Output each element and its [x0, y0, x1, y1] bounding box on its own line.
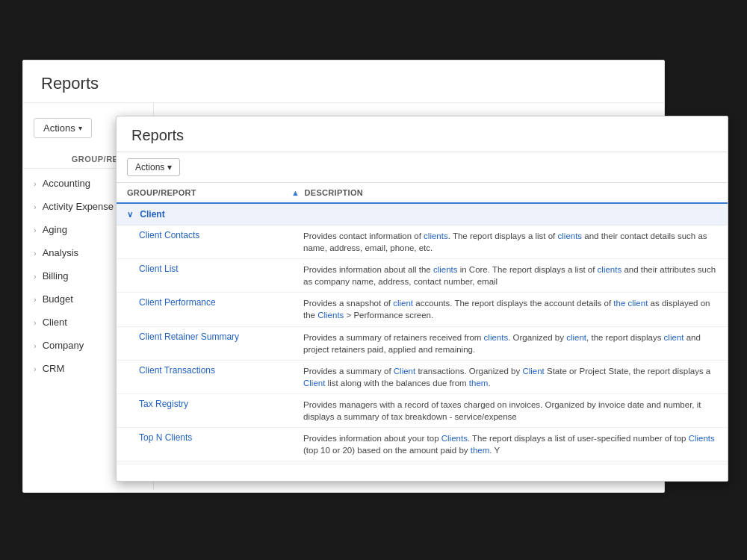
chevron-right-icon: › — [34, 179, 37, 188]
report-name[interactable]: Client Retainer Summary — [117, 326, 281, 360]
table-row[interactable]: Client List Provides information about a… — [117, 259, 728, 293]
chevron-right-icon: › — [34, 318, 37, 327]
sort-icon: ▲ — [291, 188, 300, 197]
report-name[interactable]: Top N Clients — [117, 428, 281, 461]
report-name[interactable]: Client Transactions — [117, 360, 281, 393]
report-description: Provides information about your top Clie… — [281, 428, 728, 461]
chevron-right-icon: › — [34, 249, 37, 258]
report-description: Provides a summary of retainers received… — [281, 326, 728, 360]
table-row[interactable]: Tax Registry Provides managers with a re… — [117, 393, 728, 427]
chevron-right-icon: › — [34, 272, 37, 281]
front-window-title: Reports — [131, 127, 184, 143]
chevron-right-icon: › — [34, 364, 37, 373]
report-name[interactable]: Client Performance — [117, 293, 281, 326]
report-description: Provides information about all the clien… — [281, 259, 728, 293]
report-name[interactable]: Client List — [117, 259, 281, 293]
chevron-right-icon: › — [34, 341, 37, 350]
report-description: Provides managers with a record of taxes… — [281, 393, 728, 427]
col-header-group-report: GROUP/REPORT — [117, 183, 281, 203]
chevron-right-icon: › — [34, 202, 37, 211]
reports-table: GROUP/REPORT ▲ DESCRIPTION ∨ Client Clie… — [117, 183, 728, 465]
table-row[interactable]: Client Performance Provides a snapshot o… — [117, 293, 728, 326]
table-row[interactable]: Client Contacts Provides contact informa… — [117, 225, 728, 259]
chevron-down-icon: ▾ — [167, 162, 172, 172]
front-window-header: Reports — [117, 116, 728, 152]
report-name[interactable]: Client Contacts — [117, 225, 281, 259]
col-header-description: ▲ DESCRIPTION — [281, 183, 728, 203]
chevron-right-icon: › — [34, 225, 37, 234]
report-description: Provides a summary of Client transaction… — [281, 360, 728, 393]
report-description: Provides contact information of clients.… — [281, 225, 728, 259]
chevron-down-icon: ▾ — [78, 124, 82, 132]
front-actions-button[interactable]: Actions ▾ — [127, 158, 180, 176]
chevron-down-icon: ∨ — [127, 210, 133, 219]
back-window-header: Reports — [23, 60, 664, 103]
back-actions-button[interactable]: Actions ▾ — [34, 118, 92, 138]
chevron-right-icon: › — [34, 295, 37, 304]
group-row[interactable]: ∨ Client — [117, 203, 728, 225]
report-description: Provides a snapshot of client accounts. … — [281, 293, 728, 326]
group-row[interactable]: › Company — [117, 461, 728, 465]
group-name: Client — [140, 209, 164, 220]
report-name[interactable]: Tax Registry — [117, 393, 281, 427]
table-row[interactable]: Client Retainer Summary Provides a summa… — [117, 326, 728, 360]
table-row[interactable]: Client Transactions Provides a summary o… — [117, 360, 728, 393]
reports-table-container[interactable]: GROUP/REPORT ▲ DESCRIPTION ∨ Client Clie… — [117, 183, 728, 465]
table-row[interactable]: Top N Clients Provides information about… — [117, 428, 728, 461]
front-toolbar: Actions ▾ — [117, 152, 728, 183]
back-window-title: Reports — [41, 74, 99, 93]
front-window: Reports Actions ▾ GROUP/REPORT ▲ DESCRIP… — [116, 116, 728, 482]
